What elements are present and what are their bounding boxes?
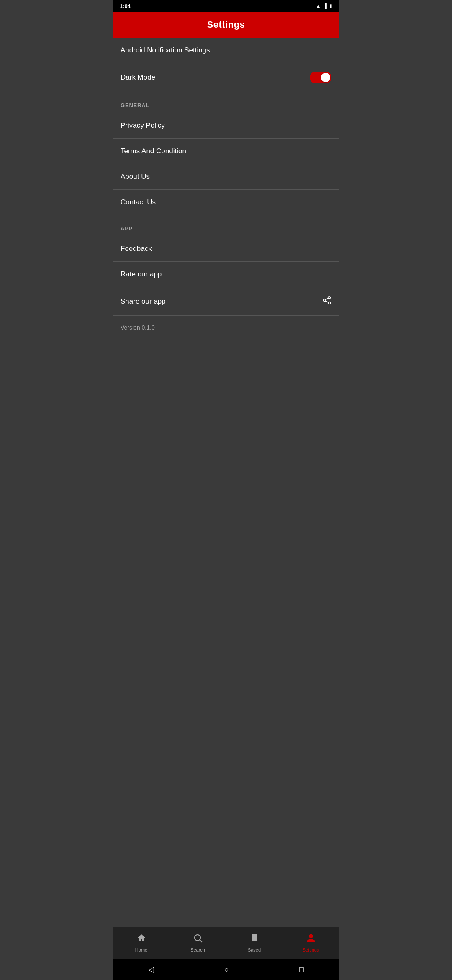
contact-us-item[interactable]: Contact Us: [113, 190, 339, 215]
nav-home[interactable]: Home: [125, 931, 158, 954]
bookmark-icon: [249, 933, 259, 946]
svg-point-5: [195, 935, 200, 941]
home-icon: [136, 933, 146, 946]
version-info: Version 0.1.0: [113, 316, 339, 339]
home-button[interactable]: ○: [224, 965, 229, 974]
dark-mode-toggle[interactable]: [310, 72, 331, 83]
person-icon: [306, 933, 316, 946]
page-title: Settings: [207, 19, 245, 30]
privacy-policy-item[interactable]: Privacy Policy: [113, 113, 339, 139]
nav-saved-label: Saved: [248, 947, 261, 952]
android-notification-item[interactable]: Android Notification Settings: [113, 38, 339, 63]
app-section-header: APP: [113, 215, 339, 236]
signal-icon: ▐: [323, 3, 327, 9]
nav-home-label: Home: [135, 947, 147, 952]
status-bar: 1:04 ▲ ▐ ▮: [113, 0, 339, 12]
android-notification-label: Android Notification Settings: [121, 46, 210, 54]
settings-content: Android Notification Settings Dark Mode …: [113, 38, 339, 927]
rate-app-item[interactable]: Rate our app: [113, 262, 339, 287]
share-icon: [322, 296, 331, 307]
recents-button[interactable]: □: [299, 965, 304, 974]
nav-saved[interactable]: Saved: [238, 931, 271, 954]
terms-condition-item[interactable]: Terms And Condition: [113, 139, 339, 164]
nav-search[interactable]: Search: [181, 931, 215, 954]
general-section-label: GENERAL: [121, 102, 149, 108]
nav-search-label: Search: [190, 947, 205, 952]
general-section-header: GENERAL: [113, 92, 339, 113]
back-button[interactable]: ◁: [148, 965, 154, 974]
app-section-label: APP: [121, 225, 133, 232]
contact-us-label: Contact Us: [121, 198, 156, 206]
about-us-label: About Us: [121, 173, 150, 181]
privacy-policy-label: Privacy Policy: [121, 121, 165, 130]
toggle-track: [310, 72, 331, 83]
page-header: Settings: [113, 12, 339, 38]
wifi-icon: ▲: [316, 3, 321, 9]
nav-settings-label: Settings: [303, 947, 319, 952]
battery-icon: ▮: [329, 3, 332, 9]
share-app-item[interactable]: Share our app: [113, 287, 339, 316]
dark-mode-label: Dark Mode: [121, 73, 155, 82]
rate-app-label: Rate our app: [121, 270, 162, 279]
svg-line-3: [326, 301, 328, 302]
feedback-label: Feedback: [121, 245, 152, 253]
bottom-navigation: Home Search Saved Settings: [113, 927, 339, 959]
share-app-label: Share our app: [121, 297, 166, 306]
status-time: 1:04: [120, 3, 131, 9]
nav-settings[interactable]: Settings: [294, 931, 328, 954]
svg-line-4: [326, 298, 328, 300]
terms-condition-label: Terms And Condition: [121, 147, 186, 155]
svg-line-6: [200, 940, 202, 943]
feedback-item[interactable]: Feedback: [113, 236, 339, 262]
dark-mode-item[interactable]: Dark Mode: [113, 63, 339, 92]
system-nav-bar: ◁ ○ □: [113, 959, 339, 980]
status-icons: ▲ ▐ ▮: [316, 3, 332, 9]
search-icon: [193, 933, 203, 946]
version-label: Version 0.1.0: [121, 324, 155, 331]
about-us-item[interactable]: About Us: [113, 164, 339, 190]
toggle-thumb: [321, 73, 330, 82]
